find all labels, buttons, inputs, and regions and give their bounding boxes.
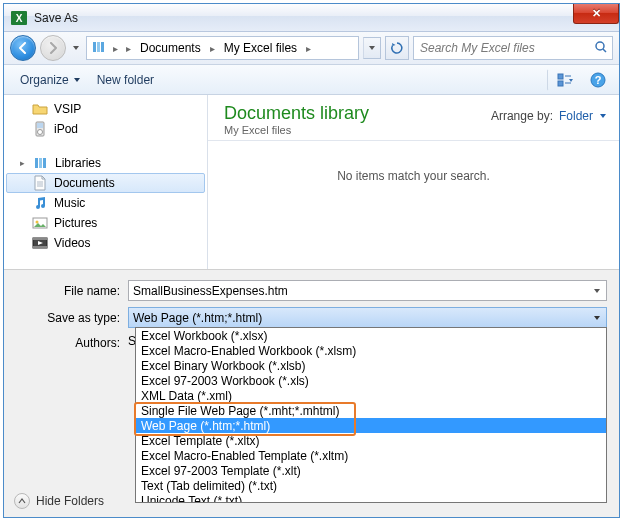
close-button[interactable]: ✕	[573, 4, 619, 24]
chevron-down-icon[interactable]	[589, 283, 604, 298]
tree-item-ipod[interactable]: iPod	[6, 119, 205, 139]
hide-folders-label: Hide Folders	[36, 494, 104, 508]
save-type-dropdown[interactable]: Excel Workbook (*.xlsx) Excel Macro-Enab…	[135, 327, 607, 503]
close-icon: ✕	[592, 7, 601, 20]
tree-item-videos[interactable]: Videos	[6, 233, 205, 253]
chevron-down-icon	[73, 76, 81, 84]
window-title: Save As	[34, 11, 78, 25]
svg-rect-25	[33, 238, 47, 240]
svg-rect-16	[35, 158, 38, 168]
svg-line-6	[603, 49, 606, 52]
search-input[interactable]: Search My Excel files	[413, 36, 613, 60]
expand-icon[interactable]: ▸	[18, 158, 27, 168]
type-option[interactable]: Excel Macro-Enabled Workbook (*.xlsm)	[136, 343, 606, 358]
breadcrumb-folder[interactable]: My Excel files	[221, 40, 300, 56]
chevron-down-icon	[599, 112, 607, 120]
type-option[interactable]: Excel Workbook (*.xlsx)	[136, 328, 606, 343]
chevron-right-icon[interactable]: ▸	[124, 43, 133, 54]
filename-value: SmallBusinessExpenses.htm	[133, 284, 288, 298]
filename-label: File name:	[16, 284, 128, 298]
new-folder-label: New folder	[97, 73, 154, 87]
svg-text:X: X	[16, 13, 23, 24]
music-icon	[32, 195, 48, 211]
organize-button[interactable]: Organize	[12, 70, 89, 90]
svg-rect-8	[558, 81, 563, 86]
refresh-button[interactable]	[385, 36, 409, 60]
tree-item-music[interactable]: Music	[6, 193, 205, 213]
empty-message: No items match your search.	[337, 169, 490, 183]
filename-input[interactable]: SmallBusinessExpenses.htm	[128, 280, 607, 301]
tree-label: Music	[54, 196, 85, 210]
chevron-right-icon[interactable]: ▸	[111, 43, 120, 54]
arrange-by[interactable]: Arrange by: Folder	[491, 103, 607, 123]
breadcrumb-documents[interactable]: Documents	[137, 40, 204, 56]
type-option[interactable]: Excel Binary Workbook (*.xlsb)	[136, 358, 606, 373]
type-option[interactable]: Text (Tab delimited) (*.txt)	[136, 478, 606, 493]
folder-icon	[32, 101, 48, 117]
new-folder-button[interactable]: New folder	[89, 70, 162, 90]
save-as-dialog: X Save As ✕ ▸ ▸ Documents ▸ My Excel fil…	[3, 3, 620, 518]
svg-rect-18	[43, 158, 46, 168]
view-button[interactable]	[547, 69, 585, 91]
type-option[interactable]: Single File Web Page (*.mht;*.mhtml)	[136, 403, 606, 418]
tree-label: iPod	[54, 122, 78, 136]
chevron-right-icon[interactable]: ▸	[304, 43, 313, 54]
tree-item-vsip[interactable]: VSIP	[6, 99, 205, 119]
svg-rect-26	[33, 246, 47, 248]
save-type-value: Web Page (*.htm;*.html)	[133, 311, 262, 325]
tree-label: Documents	[54, 176, 115, 190]
svg-rect-3	[97, 42, 100, 52]
type-option[interactable]: Excel 97-2003 Workbook (*.xls)	[136, 373, 606, 388]
tree-label: Videos	[54, 236, 90, 250]
tree-item-documents[interactable]: Documents	[6, 173, 205, 193]
type-option-selected[interactable]: Web Page (*.htm;*.html)	[136, 418, 606, 433]
ipod-icon	[32, 121, 48, 137]
back-button[interactable]	[10, 35, 36, 61]
content-header: Documents library My Excel files Arrange…	[208, 95, 619, 141]
hide-folders-button[interactable]: Hide Folders	[14, 493, 104, 509]
chevron-right-icon[interactable]: ▸	[208, 43, 217, 54]
svg-text:?: ?	[595, 74, 602, 86]
type-option[interactable]: Excel Template (*.xltx)	[136, 433, 606, 448]
tree-label: Pictures	[54, 216, 97, 230]
save-type-label: Save as type:	[16, 311, 128, 325]
address-bar[interactable]: ▸ ▸ Documents ▸ My Excel files ▸	[86, 36, 359, 60]
tree-label: VSIP	[54, 102, 81, 116]
arrange-value[interactable]: Folder	[559, 109, 593, 123]
svg-rect-4	[101, 42, 104, 52]
arrange-label: Arrange by:	[491, 109, 553, 123]
tree-label: Libraries	[55, 156, 101, 170]
command-bar: Organize New folder ?	[4, 65, 619, 95]
tree-item-pictures[interactable]: Pictures	[6, 213, 205, 233]
address-history-button[interactable]	[363, 37, 381, 59]
chevron-up-icon	[14, 493, 30, 509]
svg-rect-2	[93, 42, 96, 52]
libraries-icon	[33, 155, 49, 171]
search-icon	[594, 40, 608, 57]
libraries-icon	[91, 39, 107, 58]
organize-label: Organize	[20, 73, 69, 87]
forward-button[interactable]	[40, 35, 66, 61]
chevron-down-icon[interactable]	[589, 310, 604, 325]
library-subheading: My Excel files	[224, 124, 491, 136]
library-heading: Documents library	[224, 103, 491, 124]
videos-icon	[32, 235, 48, 251]
type-option[interactable]: Excel Macro-Enabled Template (*.xltm)	[136, 448, 606, 463]
recent-locations-button[interactable]	[70, 44, 82, 52]
svg-point-15	[38, 130, 43, 135]
titlebar: X Save As ✕	[4, 4, 619, 32]
documents-icon	[32, 175, 48, 191]
type-option[interactable]: Unicode Text (*.txt)	[136, 493, 606, 503]
nav-toolbar: ▸ ▸ Documents ▸ My Excel files ▸ Search …	[4, 32, 619, 65]
type-option[interactable]: Excel 97-2003 Template (*.xlt)	[136, 463, 606, 478]
tree-item-libraries[interactable]: ▸ Libraries	[6, 153, 205, 173]
svg-rect-17	[39, 158, 42, 168]
pictures-icon	[32, 215, 48, 231]
type-option[interactable]: XML Data (*.xml)	[136, 388, 606, 403]
help-button[interactable]: ?	[585, 69, 611, 91]
save-type-select[interactable]: Web Page (*.htm;*.html)	[128, 307, 607, 328]
svg-rect-7	[558, 74, 563, 79]
authors-label: Authors:	[16, 334, 128, 350]
excel-icon: X	[10, 9, 28, 27]
svg-rect-14	[37, 123, 43, 128]
